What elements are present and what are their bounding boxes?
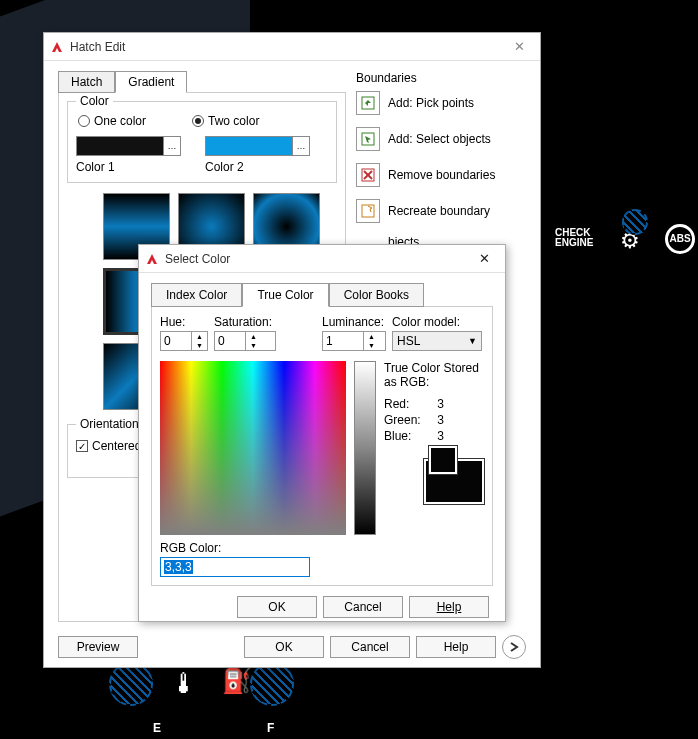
remove-boundaries-button[interactable] bbox=[356, 163, 380, 187]
one-color-radio[interactable]: One color bbox=[78, 114, 146, 128]
rgb-color-value: 3,3,3 bbox=[164, 560, 193, 574]
luminance-label: Luminance: bbox=[322, 315, 386, 329]
hatch-ok-button[interactable]: OK bbox=[244, 636, 324, 658]
checkbox-icon: ✓ bbox=[76, 440, 88, 452]
hatch-help-button[interactable]: Help bbox=[416, 636, 496, 658]
blue-value: 3 bbox=[437, 429, 444, 443]
hatch-title: Hatch Edit bbox=[70, 40, 504, 54]
temp-icon: 🌡 bbox=[170, 667, 198, 700]
fuel-icon: ⛽ bbox=[222, 667, 252, 695]
stored-head2: as RGB: bbox=[384, 375, 484, 389]
chevron-up-icon[interactable]: ▲ bbox=[364, 332, 379, 341]
rgb-color-input[interactable]: 3,3,3 bbox=[160, 557, 310, 577]
color2-label: Color 2 bbox=[205, 160, 310, 174]
hatch-titlebar: Hatch Edit ✕ bbox=[44, 33, 540, 61]
recreate-boundary-label: Recreate boundary bbox=[388, 204, 490, 218]
color-model-label: Color model: bbox=[392, 315, 482, 329]
remove-boundaries-label: Remove boundaries bbox=[388, 168, 495, 182]
color-titlebar: Select Color ✕ bbox=[139, 245, 505, 273]
gauge-circle-1 bbox=[622, 209, 648, 235]
select-objects-label: Add: Select objects bbox=[388, 132, 491, 146]
color1-label: Color 1 bbox=[76, 160, 181, 174]
chevron-up-icon[interactable]: ▲ bbox=[192, 332, 207, 341]
svg-rect-5 bbox=[362, 205, 374, 217]
hue-label: Hue: bbox=[160, 315, 208, 329]
color-preview-swatch-small bbox=[429, 446, 457, 474]
expand-button[interactable] bbox=[502, 635, 526, 659]
hatch-cancel-button[interactable]: Cancel bbox=[330, 636, 410, 658]
tab-gradient[interactable]: Gradient bbox=[115, 71, 187, 93]
color-help-button[interactable]: Help bbox=[409, 596, 489, 618]
check-engine-text: CHECK ENGINE bbox=[555, 228, 593, 248]
close-icon[interactable]: ✕ bbox=[504, 39, 534, 54]
luminance-spinner[interactable]: 1 ▲▼ bbox=[322, 331, 386, 351]
color1-swatch[interactable] bbox=[76, 136, 164, 156]
recreate-boundary-button[interactable] bbox=[356, 199, 380, 223]
gauge-circle-3 bbox=[250, 662, 294, 706]
hue-saturation-picker[interactable] bbox=[160, 361, 346, 535]
color-title: Select Color bbox=[165, 252, 469, 266]
color-model-value: HSL bbox=[397, 334, 420, 348]
color-model-select[interactable]: HSL ▼ bbox=[392, 331, 482, 351]
saturation-value: 0 bbox=[215, 332, 245, 350]
tab-true-color[interactable]: True Color bbox=[242, 283, 328, 307]
stored-color-panel: True Color Stored as RGB: Red:3 Green:3 … bbox=[384, 361, 484, 535]
color-ok-button[interactable]: OK bbox=[237, 596, 317, 618]
color-legend: Color bbox=[76, 94, 113, 108]
tab-index-color[interactable]: Index Color bbox=[151, 283, 242, 307]
red-value: 3 bbox=[437, 397, 444, 411]
saturation-label: Saturation: bbox=[214, 315, 276, 329]
chevron-up-icon[interactable]: ▲ bbox=[246, 332, 261, 341]
blue-label: Blue: bbox=[384, 429, 411, 443]
true-color-panel: Hue: 0 ▲▼ Saturation: 0 ▲▼ Luminance: bbox=[151, 306, 493, 586]
preview-button[interactable]: Preview bbox=[58, 636, 138, 658]
close-icon[interactable]: ✕ bbox=[469, 251, 499, 266]
app-icon bbox=[50, 40, 64, 54]
rgb-color-label: RGB Color: bbox=[160, 541, 484, 555]
chevron-down-icon: ▼ bbox=[468, 336, 477, 346]
pick-points-button[interactable] bbox=[356, 91, 380, 115]
green-label: Green: bbox=[384, 413, 421, 427]
boundaries-head: Boundaries bbox=[356, 71, 526, 85]
pick-points-label: Add: Pick points bbox=[388, 96, 474, 110]
color-fieldset: Color One color Two color bbox=[67, 101, 337, 183]
chevron-down-icon[interactable]: ▼ bbox=[364, 341, 379, 350]
luminance-value: 1 bbox=[323, 332, 363, 350]
two-color-radio[interactable]: Two color bbox=[192, 114, 259, 128]
radio-icon bbox=[192, 115, 204, 127]
saturation-spinner[interactable]: 0 ▲▼ bbox=[214, 331, 276, 351]
orientation-legend: Orientation bbox=[76, 417, 143, 431]
gauge-circle-2 bbox=[109, 662, 153, 706]
tab-color-books[interactable]: Color Books bbox=[329, 283, 424, 307]
chevron-down-icon[interactable]: ▼ bbox=[246, 341, 261, 350]
select-color-dialog: Select Color ✕ Index Color True Color Co… bbox=[138, 244, 506, 622]
red-label: Red: bbox=[384, 397, 409, 411]
luminance-slider[interactable] bbox=[354, 361, 376, 535]
color2-more-button[interactable]: … bbox=[293, 136, 310, 156]
tab-hatch[interactable]: Hatch bbox=[58, 71, 115, 93]
gauge-e: E bbox=[153, 721, 161, 735]
gauge-f: F bbox=[267, 721, 274, 735]
app-icon bbox=[145, 252, 159, 266]
abs-icon: ABS bbox=[665, 224, 695, 254]
green-value: 3 bbox=[437, 413, 444, 427]
select-objects-button[interactable] bbox=[356, 127, 380, 151]
chevron-down-icon[interactable]: ▼ bbox=[192, 341, 207, 350]
color1-more-button[interactable]: … bbox=[164, 136, 181, 156]
hue-spinner[interactable]: 0 ▲▼ bbox=[160, 331, 208, 351]
color-cancel-button[interactable]: Cancel bbox=[323, 596, 403, 618]
radio-icon bbox=[78, 115, 90, 127]
hue-value: 0 bbox=[161, 332, 191, 350]
stored-head1: True Color Stored bbox=[384, 361, 484, 375]
color2-swatch[interactable] bbox=[205, 136, 293, 156]
